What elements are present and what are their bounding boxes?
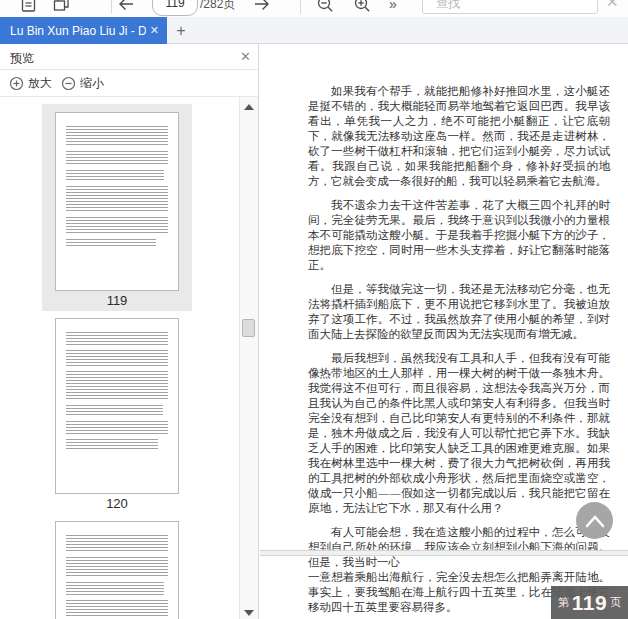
arrow-right-icon	[252, 0, 272, 13]
previous-page-button[interactable]	[116, 0, 136, 17]
sidebar-title: 预览	[10, 50, 34, 67]
magnifier-plus-icon	[353, 0, 372, 14]
scrollbar-thumb[interactable]	[242, 319, 255, 337]
document-page-119-text: 如果我有个帮手，就能把船修补好推回水里，这小艇还是挺不错的，我大概能轻而易举地驾…	[308, 84, 610, 579]
multi-page-view-button[interactable]	[52, 0, 71, 17]
tab-title: Lu Bin Xun Piao Liu Ji - Dan N	[10, 24, 146, 38]
toolbar-divider	[111, 0, 112, 14]
paragraph: 但是，等我做完这一切，我还是无法移动它分毫，也无法将撬杆插到船底下，更不用说把它…	[308, 282, 610, 342]
zoom-out-button[interactable]	[316, 0, 335, 17]
thumbnail-scrollbar[interactable]	[239, 97, 258, 619]
thumbnail-zoom-in-button[interactable]: 放大	[9, 75, 52, 92]
thumbnail-zoom-out-button[interactable]: 缩小	[61, 75, 104, 92]
next-page-button[interactable]	[252, 0, 272, 17]
thumbnail-page-partial[interactable]	[55, 521, 179, 619]
chevron-up-icon	[584, 514, 606, 528]
page-number-input[interactable]	[152, 0, 198, 16]
thumbnail-label: 119	[42, 293, 192, 308]
thumbnail-list: 119 120	[0, 97, 239, 619]
thumbnail-label: 120	[42, 496, 192, 511]
current-page-badge: 第 119 页	[551, 586, 628, 619]
magnifier-minus-icon	[316, 0, 335, 14]
paragraph: 最后我想到，虽然我没有工具和人手，但我有没有可能像热带地区的土人那样，用一棵大树…	[308, 351, 610, 516]
page-separator	[260, 550, 628, 556]
close-search-button[interactable]: ✕	[606, 0, 619, 11]
tab-document[interactable]: Lu Bin Xun Piao Liu Ji - Dan N ✕	[0, 17, 167, 44]
top-toolbar: /282页 »	[0, 0, 628, 17]
badge-prefix: 第	[558, 595, 569, 610]
sidebar-close-button[interactable]: ✕	[240, 49, 251, 64]
scroll-down-arrow-icon[interactable]	[244, 610, 254, 616]
zoom-in-button[interactable]	[353, 0, 372, 17]
chevrons-right-icon: »	[389, 0, 397, 12]
thumbnail-zoom-row: 放大 缩小	[0, 70, 258, 97]
paragraph: 如果我有个帮手，就能把船修补好推回水里，这小艇还是挺不错的，我大概能轻而易举地驾…	[308, 84, 610, 189]
toolbar-divider	[300, 0, 301, 14]
circle-plus-icon	[9, 76, 24, 91]
pdf-reader-window: /282页 »	[0, 0, 628, 619]
total-pages-label: /282页	[200, 0, 235, 13]
single-page-view-button[interactable]	[20, 0, 37, 17]
paragraph: 我不遗余力去干这件苦差事，花了大概三四个礼拜的时间，完全徒劳无果。最后，我终于意…	[308, 198, 610, 273]
preview-sidebar: 预览 ✕ 放大 缩小	[0, 44, 259, 619]
multi-page-icon	[52, 0, 71, 13]
zoom-out-label: 缩小	[80, 75, 104, 92]
thumbnail-page-119[interactable]	[55, 112, 179, 291]
arrow-left-icon	[116, 0, 136, 13]
thumbnail-page-120[interactable]	[55, 318, 179, 494]
scroll-up-arrow-icon[interactable]	[244, 104, 254, 110]
paragraph: 有人可能会想，我在造这艘小船的过程中，怎么可能没想到自己所处的环境，我应该会立刻…	[308, 525, 610, 570]
sidebar-header: 预览 ✕	[0, 44, 258, 70]
back-to-top-button[interactable]	[576, 502, 613, 539]
search-box[interactable]	[422, 0, 598, 14]
new-tab-button[interactable]: +	[170, 17, 192, 44]
zoom-in-label: 放大	[28, 75, 52, 92]
badge-page-number: 119	[572, 591, 607, 615]
tab-close-icon[interactable]: ✕	[150, 24, 159, 37]
search-input[interactable]	[434, 0, 593, 11]
more-tools-button[interactable]: »	[389, 0, 397, 17]
single-page-icon	[20, 0, 37, 13]
tab-bar: Lu Bin Xun Piao Liu Ji - Dan N ✕ +	[0, 17, 628, 44]
badge-suffix: 页	[610, 595, 621, 610]
circle-minus-icon	[61, 76, 76, 91]
document-view[interactable]: 如果我有个帮手，就能把船修补好推回水里，这小艇还是挺不错的，我大概能轻而易举地驾…	[260, 44, 628, 619]
